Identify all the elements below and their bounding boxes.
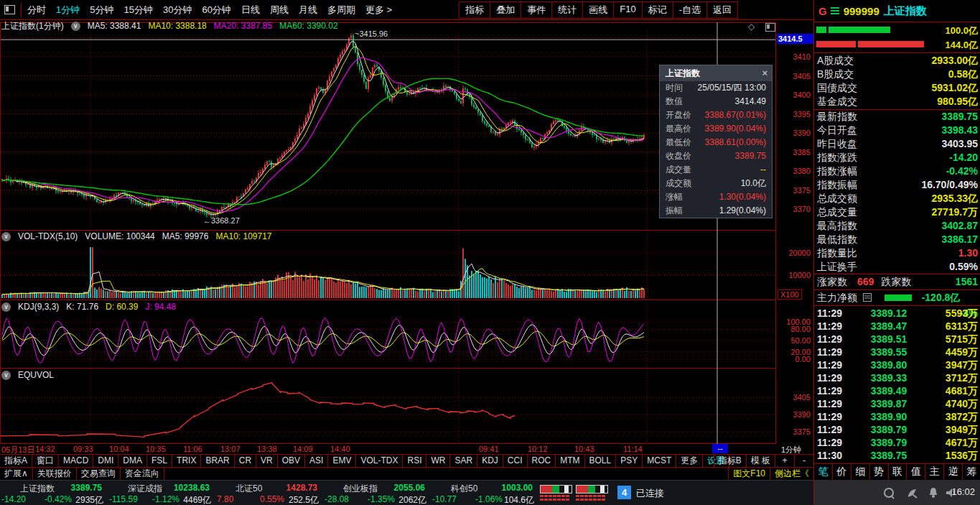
- tick-row[interactable]: 11:293389.803947万: [814, 358, 980, 371]
- indicator-tab[interactable]: SAR: [450, 455, 477, 468]
- split-view-icon[interactable]: [765, 23, 775, 32]
- diamond-marker-icon[interactable]: ◇: [748, 22, 755, 32]
- indicator-tab[interactable]: WR: [426, 455, 450, 468]
- tick-row[interactable]: 11:293389.874740万: [814, 397, 980, 410]
- period-tab[interactable]: 日线: [241, 4, 260, 17]
- connection-count-badge[interactable]: 4: [617, 486, 631, 499]
- panel-tab[interactable]: 主: [925, 464, 944, 480]
- indicator-tab[interactable]: ASI: [305, 455, 328, 468]
- tick-volume: 4681万: [925, 384, 978, 397]
- indicator-tab[interactable]: TRIX: [172, 455, 201, 468]
- toolbar-button[interactable]: 画线: [582, 1, 614, 19]
- panel-tab[interactable]: 筹: [963, 464, 980, 480]
- panel-tab[interactable]: 联: [889, 464, 907, 480]
- index-quote-group[interactable]: 上证指数3389.75-14.20-0.42%2935亿: [0, 481, 106, 505]
- indicator-tab[interactable]: BOLL: [585, 455, 617, 468]
- indicator-tab[interactable]: DMA: [118, 455, 147, 468]
- toolbar-button[interactable]: 标记: [642, 1, 673, 19]
- extension-tab[interactable]: 扩展∧: [0, 468, 33, 481]
- indicator-tab[interactable]: 指标A: [0, 455, 32, 468]
- tick-row[interactable]: 11:293389.476313万: [814, 320, 980, 333]
- index-quote-group[interactable]: 深证成指10238.63-115.59-1.12%4469亿: [108, 481, 214, 505]
- tick-row[interactable]: 11:293389.903872万: [814, 410, 980, 423]
- indicator-tab[interactable]: RSI: [403, 455, 426, 468]
- indicator-tab[interactable]: CR: [235, 455, 256, 468]
- indicator-tab[interactable]: CCI: [503, 455, 528, 468]
- indicator-tab[interactable]: MACD: [59, 455, 93, 468]
- menu-hamburger-icon[interactable]: [831, 7, 839, 14]
- tick-row[interactable]: 11:293389.125593万: [814, 307, 980, 320]
- extension-tab[interactable]: 交易查询: [77, 468, 121, 481]
- panel-tab[interactable]: 价: [833, 464, 851, 480]
- indicator-tab[interactable]: 窗口: [32, 455, 59, 468]
- indicator-tab[interactable]: BRAR: [201, 455, 234, 468]
- chevron-down-icon[interactable]: ∨: [1, 232, 11, 241]
- panel-tab[interactable]: 势: [870, 464, 889, 480]
- turnover-value: 980.95亿: [937, 95, 978, 108]
- toolbar-button[interactable]: F10: [613, 1, 642, 19]
- bell-icon[interactable]: [928, 486, 939, 499]
- popup-title-bar[interactable]: 上证指数 ×: [660, 65, 772, 81]
- indicator-tab[interactable]: 更多: [676, 455, 703, 468]
- tick-row[interactable]: 11:303389.751536万: [814, 449, 980, 462]
- indicator-tab[interactable]: KDJ: [477, 455, 503, 468]
- indicator-tab[interactable]: PSY: [616, 455, 643, 468]
- list-icon[interactable]: [863, 293, 872, 302]
- indicator-tab[interactable]: VOL-TDX: [356, 455, 403, 468]
- window-layout-icon[interactable]: [4, 5, 15, 14]
- index-quote-group[interactable]: 科创501003.00-10.77-1.06%104.6亿: [431, 481, 537, 505]
- index-quote-group[interactable]: 北证501428.737.800.55%252.5亿: [215, 481, 322, 505]
- yellow-link[interactable]: 侧边栏《: [770, 468, 813, 481]
- indicator-tab[interactable]: EMV: [328, 455, 356, 468]
- extension-tab[interactable]: 资金流向: [121, 468, 164, 481]
- period-tab[interactable]: 月线: [299, 4, 317, 17]
- period-tab[interactable]: 5分钟: [90, 4, 113, 17]
- period-tab[interactable]: 15分钟: [123, 4, 152, 17]
- satellite-dish-icon[interactable]: [906, 486, 919, 499]
- toolbar-button[interactable]: 事件: [521, 1, 552, 19]
- toolbar-button[interactable]: 返回: [706, 1, 738, 19]
- symbol-header[interactable]: G 999999 上证指数: [814, 0, 980, 22]
- period-tab[interactable]: 30分钟: [163, 4, 192, 17]
- toolbar-button[interactable]: 叠加: [490, 1, 521, 19]
- period-tab[interactable]: 多周期: [327, 4, 355, 17]
- close-icon[interactable]: ×: [762, 65, 767, 81]
- indicator-tab[interactable]: DMI: [93, 455, 118, 468]
- indicator-tab[interactable]: 指标B: [714, 455, 746, 468]
- chevron-down-icon[interactable]: ∨: [1, 302, 11, 312]
- chevron-down-icon[interactable]: ∨: [1, 371, 11, 380]
- indicator-tab[interactable]: 模 板: [746, 455, 775, 468]
- tick-row[interactable]: 11:293389.333712万: [814, 371, 980, 384]
- chevron-down-icon[interactable]: ∨: [71, 22, 80, 31]
- indicator-tab[interactable]: MTM: [556, 455, 584, 468]
- panel-tab[interactable]: 细: [851, 464, 870, 480]
- panel-tab[interactable]: 笔: [814, 464, 833, 480]
- index-quote-group[interactable]: 创业板指2055.06-28.08-1.35%2062亿: [323, 481, 429, 505]
- toolbar-button[interactable]: 统计: [551, 1, 583, 19]
- tick-row[interactable]: 11:293389.554459万: [814, 346, 980, 358]
- indicator-tab[interactable]: -: [794, 455, 813, 468]
- tick-row[interactable]: 11:293389.793949万: [814, 423, 980, 436]
- panel-tab[interactable]: 值: [907, 464, 925, 480]
- indicator-tab[interactable]: +: [775, 455, 794, 468]
- extension-tab[interactable]: 关联报价: [33, 468, 77, 481]
- tick-list[interactable]: 11:293389.125593万11:293389.476313万11:293…: [814, 307, 980, 462]
- tick-row[interactable]: 11:293389.494681万: [814, 384, 980, 397]
- period-tab[interactable]: 1分钟: [56, 4, 80, 17]
- qq-icon[interactable]: [882, 486, 895, 499]
- period-tab[interactable]: 周线: [270, 4, 289, 17]
- indicator-tab[interactable]: VR: [256, 455, 278, 468]
- yellow-link[interactable]: 图文F10: [728, 468, 770, 481]
- indicator-tab[interactable]: FSL: [147, 455, 172, 468]
- toolbar-button[interactable]: 指标: [459, 1, 490, 19]
- toolbar-button[interactable]: -自选: [673, 1, 707, 19]
- indicator-tab[interactable]: ROC: [528, 455, 556, 468]
- period-tab[interactable]: 60分钟: [202, 4, 230, 17]
- period-tab[interactable]: 更多 >: [365, 4, 392, 17]
- tick-row[interactable]: 11:293389.794671万: [814, 436, 980, 449]
- tick-row[interactable]: 11:293389.515715万: [814, 333, 980, 346]
- indicator-tab[interactable]: MCST: [643, 455, 676, 468]
- panel-tab[interactable]: 逆: [944, 464, 963, 480]
- period-tab[interactable]: 分时: [27, 4, 46, 17]
- indicator-tab[interactable]: OBV: [278, 455, 305, 468]
